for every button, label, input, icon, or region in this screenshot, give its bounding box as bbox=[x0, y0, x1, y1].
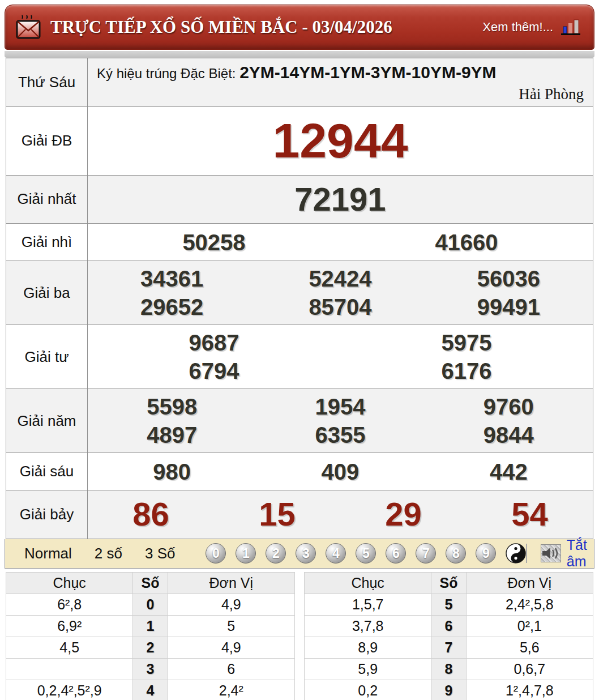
donvi-cell: 0²,1 bbox=[466, 615, 593, 637]
prize-label: Giải tư bbox=[6, 325, 88, 389]
prize-number: 4897 bbox=[88, 421, 256, 449]
prize-number: 12944 bbox=[88, 110, 593, 172]
prize-number: 9687 bbox=[88, 328, 340, 357]
col-header-chuc: Chục bbox=[6, 572, 133, 594]
prize-label: Giải sáu bbox=[6, 453, 88, 490]
control-bar: Normal 2 số 3 Số 0 1 2 3 4 5 6 7 8 9 bbox=[5, 539, 594, 569]
prize-row-6: Giải sáu 980 409 442 bbox=[6, 453, 593, 490]
donvi-cell: 0,6,7 bbox=[466, 658, 593, 680]
ball-0[interactable]: 0 bbox=[206, 543, 226, 564]
ball-3[interactable]: 3 bbox=[296, 543, 316, 564]
prize-number: 29652 bbox=[88, 293, 256, 321]
so-cell: 5 bbox=[431, 594, 466, 615]
table-row: 4,5 2 4,9 bbox=[6, 637, 295, 658]
table-row: 3 6 bbox=[6, 658, 295, 680]
so-cell: 9 bbox=[431, 680, 466, 700]
table-row: 0,2 9 1²,4,7,8 bbox=[305, 680, 593, 700]
ball-8[interactable]: 8 bbox=[446, 543, 466, 564]
ball-7[interactable]: 7 bbox=[416, 543, 436, 564]
so-cell: 7 bbox=[431, 637, 466, 658]
prize-number: 50258 bbox=[88, 228, 340, 257]
header-bar: TRỰC TIẾP XỔ SỐ MIỀN BẮC - 03/04/2026 Xe… bbox=[5, 5, 594, 50]
mode-normal[interactable]: Normal bbox=[13, 545, 83, 562]
prize-label: Giải ĐB bbox=[6, 107, 88, 175]
chart-icon[interactable] bbox=[560, 18, 581, 37]
prize-number: 409 bbox=[256, 458, 424, 486]
province-name: Hải Phòng bbox=[519, 86, 584, 103]
table-row: 1,5,7 5 2,4²,5,8 bbox=[305, 594, 593, 615]
so-cell: 2 bbox=[133, 637, 168, 658]
table-row: 8,9 7 5,6 bbox=[305, 637, 593, 658]
prize-label: Giải ba bbox=[6, 261, 88, 325]
prize-row-7: Giải bảy 86 15 29 54 bbox=[6, 490, 593, 539]
mute-control[interactable]: Tắt âm bbox=[526, 537, 595, 570]
donvi-cell: 6 bbox=[168, 658, 294, 680]
prize-number: 15 bbox=[214, 494, 340, 535]
see-more-link[interactable]: Xem thêm!... bbox=[482, 20, 553, 35]
so-cell: 4 bbox=[133, 680, 168, 700]
donvi-cell: 2,4² bbox=[168, 680, 294, 700]
so-cell: 8 bbox=[431, 658, 466, 680]
prize-number: 6355 bbox=[256, 421, 424, 449]
prize-label: Giải nhất bbox=[6, 176, 88, 224]
prize-number: 52424 bbox=[256, 264, 424, 293]
chuc-cell: 0,2 bbox=[305, 680, 431, 700]
col-header-so: Số bbox=[133, 572, 168, 594]
prize-label: Giải nhì bbox=[6, 224, 88, 261]
col-header-donvi: Đơn Vị bbox=[168, 572, 294, 594]
prize-number: 41660 bbox=[340, 228, 593, 257]
prize-number: 442 bbox=[425, 458, 593, 486]
prize-number: 34361 bbox=[88, 264, 256, 293]
chuc-cell bbox=[6, 658, 133, 680]
prize-label: Giải năm bbox=[6, 389, 88, 453]
mute-label: Tắt âm bbox=[567, 537, 596, 570]
prize-number: 6794 bbox=[88, 357, 340, 385]
prize-number: 54 bbox=[467, 494, 593, 535]
prize-number: 1954 bbox=[256, 392, 424, 421]
ball-4[interactable]: 4 bbox=[326, 543, 346, 564]
table-header-row: Chục Số Đơn Vị bbox=[305, 572, 593, 594]
prize-number: 56036 bbox=[425, 264, 593, 293]
prize-row-1: Giải nhất 72191 bbox=[6, 176, 593, 224]
table-row: 0,2,4²,5²,9 4 2,4² bbox=[6, 680, 295, 700]
prize-number: 5975 bbox=[340, 328, 593, 357]
chuc-cell: 0,2,4²,5²,9 bbox=[6, 680, 133, 700]
ball-2[interactable]: 2 bbox=[266, 543, 286, 564]
prize-number: 5598 bbox=[88, 392, 256, 421]
prize-number: 29 bbox=[340, 494, 467, 535]
prize-number: 9844 bbox=[425, 421, 593, 449]
table-row: 5,9 8 0,6,7 bbox=[305, 658, 593, 680]
prize-label: Giải bảy bbox=[6, 490, 88, 539]
divider bbox=[526, 544, 527, 563]
speaker-icon[interactable] bbox=[541, 544, 561, 562]
table-row: 6²,8 0 4,9 bbox=[6, 594, 295, 615]
ball-1[interactable]: 1 bbox=[236, 543, 256, 564]
ball-6[interactable]: 6 bbox=[386, 543, 406, 564]
yin-yang-icon[interactable] bbox=[506, 543, 526, 564]
prize-row-db: Giải ĐB 12944 bbox=[6, 107, 593, 176]
lottery-page: TRỰC TIẾP XỔ SỐ MIỀN BẮC - 03/04/2026 Xe… bbox=[0, 5, 599, 700]
mode-2-digits[interactable]: 2 số bbox=[83, 545, 134, 562]
digit-frequency-section: Chục Số Đơn Vị 6²,8 0 4,9 6,9² 1 5 4,5 2… bbox=[6, 572, 593, 700]
prize-number: 99491 bbox=[425, 293, 593, 321]
so-cell: 1 bbox=[133, 615, 168, 637]
digit-table-right: Chục Số Đơn Vị 1,5,7 5 2,4²,5,8 3,7,8 6 … bbox=[304, 572, 593, 700]
prize-number: 86 bbox=[88, 494, 214, 535]
prize-row-5: Giải năm 5598 1954 9760 4897 6355 9844 bbox=[6, 389, 593, 453]
prize-row-3: Giải ba 34361 52424 56036 29652 85704 99… bbox=[6, 261, 593, 325]
special-sign-code: 2YM-14YM-1YM-3YM-10YM-9YM bbox=[239, 63, 496, 82]
table-header-row: Chục Số Đơn Vị bbox=[6, 572, 295, 594]
table-row: 6,9² 1 5 bbox=[6, 615, 295, 637]
mode-3-digits[interactable]: 3 Số bbox=[134, 545, 187, 562]
chuc-cell: 3,7,8 bbox=[305, 615, 431, 637]
page-title: TRỰC TIẾP XỔ SỐ MIỀN BẮC - 03/04/2026 bbox=[50, 17, 392, 37]
prize-row-2: Giải nhì 50258 41660 bbox=[6, 224, 593, 261]
chuc-cell: 4,5 bbox=[6, 637, 133, 658]
ball-9[interactable]: 9 bbox=[476, 543, 496, 564]
prize-number: 85704 bbox=[256, 293, 424, 321]
special-sign-line: Ký hiệu trúng Đặc Biệt: 2YM-14YM-1YM-3YM… bbox=[97, 63, 584, 82]
donvi-cell: 1²,4,7,8 bbox=[466, 680, 593, 700]
ball-5[interactable]: 5 bbox=[356, 543, 376, 564]
col-header-so: Số bbox=[431, 572, 466, 594]
prize-row-4: Giải tư 9687 5975 6794 6176 bbox=[6, 325, 593, 389]
